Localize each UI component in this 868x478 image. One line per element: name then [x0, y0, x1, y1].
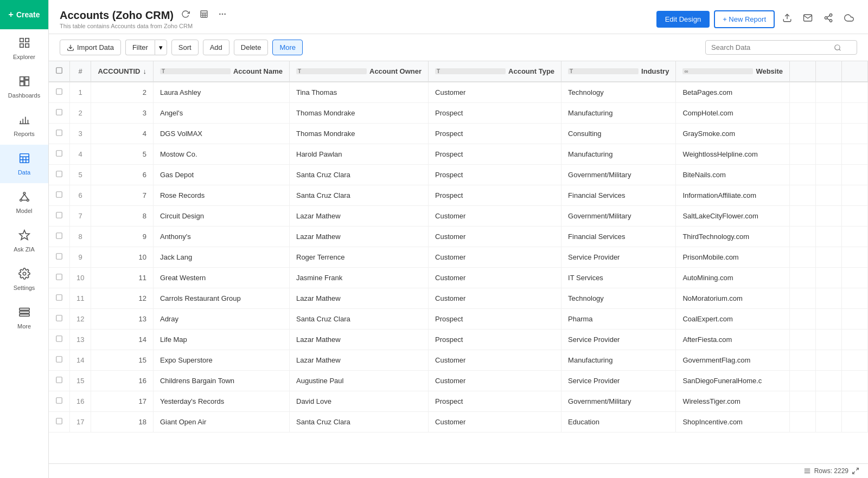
td-rownum: 13 [70, 330, 91, 350]
rows-count-label: Rows: 2229 [814, 467, 848, 475]
more-options-button[interactable] [216, 9, 229, 22]
td-account-name: Childrens Bargain Town [153, 371, 289, 391]
td-empty3 [841, 103, 867, 124]
expand-icon[interactable] [852, 467, 859, 475]
refresh-button[interactable] [179, 9, 192, 22]
td-empty2 [815, 350, 841, 371]
svg-rect-54 [56, 233, 62, 239]
sort-button[interactable]: Sort [171, 40, 199, 55]
th-account-name[interactable]: T Account Name [153, 61, 289, 82]
td-empty2 [815, 124, 841, 144]
td-checkbox[interactable] [49, 165, 70, 185]
sidebar-item-model[interactable]: Model [0, 183, 48, 222]
td-accountid: 6 [91, 165, 154, 185]
td-rownum: 6 [70, 185, 91, 206]
td-checkbox[interactable] [49, 227, 70, 247]
th-industry[interactable]: T Industry [561, 61, 676, 82]
td-account-type: Customer [429, 268, 561, 288]
td-checkbox[interactable] [49, 247, 70, 268]
filter-button[interactable]: Filter [125, 40, 155, 55]
col-type-T4: T [568, 68, 639, 74]
td-account-name: Angel's [153, 103, 289, 124]
td-empty2 [815, 247, 841, 268]
search-input[interactable] [711, 43, 831, 51]
cloud-button[interactable] [841, 10, 857, 28]
sidebar-item-data[interactable]: Data [0, 145, 48, 183]
th-website[interactable]: ∞ Website [676, 61, 790, 82]
more-icon [18, 306, 30, 321]
export-button[interactable] [779, 10, 795, 28]
td-empty3 [841, 309, 867, 330]
td-checkbox[interactable] [49, 412, 70, 432]
table-row: 10 11 Great Western Jasmine Frank Custom… [49, 268, 868, 288]
svg-rect-60 [56, 357, 62, 363]
td-empty1 [789, 206, 815, 227]
td-website: BetaPages.com [676, 82, 790, 103]
table-row: 3 4 DGS VolMAX Thomas Mondrake Prospect … [49, 124, 868, 144]
td-empty1 [789, 330, 815, 350]
td-empty1 [789, 227, 815, 247]
td-checkbox[interactable] [49, 268, 70, 288]
td-checkbox[interactable] [49, 82, 70, 103]
td-account-type: Prospect [429, 144, 561, 165]
td-checkbox[interactable] [49, 185, 70, 206]
filter-group: Filter ▾ [125, 40, 167, 55]
email-button[interactable] [800, 10, 816, 28]
td-empty2 [815, 391, 841, 412]
create-button[interactable]: + Create [0, 0, 48, 29]
td-empty2 [815, 412, 841, 432]
sidebar-item-settings[interactable]: Settings [0, 260, 48, 299]
th-account-name-label: Account Name [233, 67, 283, 75]
svg-point-25 [23, 272, 26, 275]
sidebar-item-ask-zia[interactable]: Ask ZIA [0, 222, 48, 260]
td-checkbox[interactable] [49, 206, 70, 227]
td-accountid: 9 [91, 227, 154, 247]
td-checkbox[interactable] [49, 391, 70, 412]
table-row: 15 16 Childrens Bargain Town Augustine P… [49, 371, 868, 391]
svg-rect-28 [19, 314, 29, 316]
td-account-owner: Santa Cruz Clara [290, 185, 429, 206]
td-rownum: 7 [70, 206, 91, 227]
td-checkbox[interactable] [49, 371, 70, 391]
share-button[interactable] [820, 10, 837, 28]
th-website-label: Website [756, 67, 783, 75]
delete-label: Delete [241, 43, 261, 51]
td-accountid: 12 [91, 288, 154, 309]
td-checkbox[interactable] [49, 309, 70, 330]
td-account-type: Prospect [429, 103, 561, 124]
td-empty3 [841, 144, 867, 165]
td-checkbox[interactable] [49, 350, 70, 371]
delete-button[interactable]: Delete [234, 40, 269, 55]
new-report-button[interactable]: + New Report [714, 10, 775, 28]
svg-rect-59 [56, 336, 62, 342]
sidebar-item-explorer[interactable]: Explorer [0, 29, 48, 68]
more-button[interactable]: More [272, 40, 303, 55]
sidebar-item-more[interactable]: More [0, 299, 48, 337]
td-rownum: 5 [70, 165, 91, 185]
sidebar: + Create Explorer Dashboards [0, 0, 49, 478]
td-account-owner: Roger Terrence [290, 247, 429, 268]
add-button[interactable]: Add [203, 40, 229, 55]
td-rownum: 10 [70, 268, 91, 288]
td-checkbox[interactable] [49, 103, 70, 124]
filter-caret-button[interactable]: ▾ [155, 40, 167, 55]
svg-rect-4 [20, 77, 23, 81]
td-website: ThirdTechnology.com [676, 227, 790, 247]
sidebar-item-dashboards[interactable]: Dashboards [0, 68, 48, 106]
td-empty3 [841, 206, 867, 227]
td-checkbox[interactable] [49, 124, 70, 144]
td-checkbox[interactable] [49, 330, 70, 350]
th-accountid[interactable]: ACCOUNTID ↓ [91, 61, 154, 82]
sidebar-item-reports[interactable]: Reports [0, 106, 48, 145]
td-checkbox[interactable] [49, 288, 70, 309]
th-account-type[interactable]: T Account Type [429, 61, 561, 82]
import-data-button[interactable]: Import Data [60, 40, 121, 55]
filter-label: Filter [132, 43, 148, 51]
table-row: 12 13 Adray Santa Cruz Clara Prospect Ph… [49, 309, 868, 330]
table-view-button[interactable] [197, 9, 210, 22]
td-checkbox[interactable] [49, 144, 70, 165]
th-account-owner[interactable]: T Account Owner [290, 61, 429, 82]
edit-design-button[interactable]: Edit Design [656, 11, 710, 28]
td-empty1 [789, 350, 815, 371]
td-accountid: 8 [91, 206, 154, 227]
